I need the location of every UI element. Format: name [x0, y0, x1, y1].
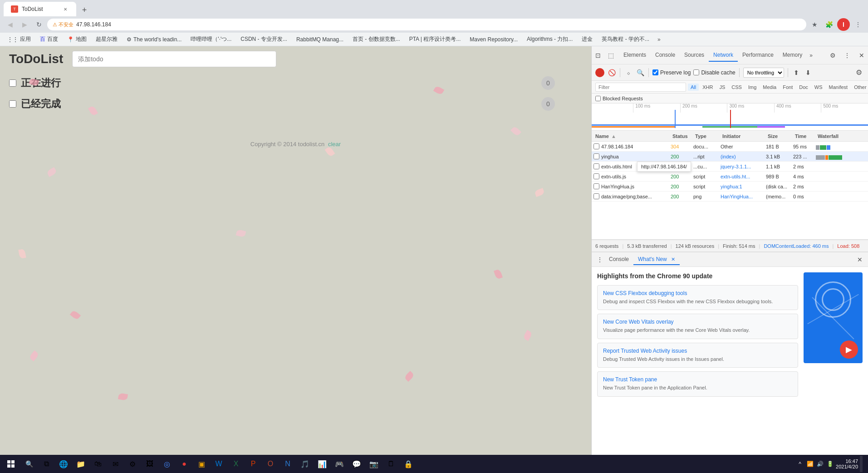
bookmark-maven[interactable]: Maven Repository... [466, 35, 521, 44]
disable-cache-label[interactable]: Disable cache [693, 69, 735, 76]
blocked-requests-checkbox[interactable] [595, 96, 601, 101]
table-row[interactable]: extn-utils.html ... ...cu... jquery-3.1.… [592, 162, 868, 172]
taskbar-app-8[interactable]: 📊 [314, 456, 330, 472]
taskbar-app-10[interactable]: 💬 [348, 456, 365, 472]
feature-1-link[interactable]: New CSS Flexbox debugging tools [603, 290, 792, 296]
export-button[interactable]: ⬇ [804, 68, 813, 77]
network-settings-btn[interactable]: ⚙ [853, 67, 864, 78]
inspect-icon[interactable]: ⬚ [604, 49, 617, 62]
feature-card-3[interactable]: Report Trusted Web Activity issues Debug… [597, 343, 798, 368]
filter-all[interactable]: All [688, 84, 699, 91]
feature-4-link[interactable]: New Trust Token pane [603, 376, 792, 383]
feature-3-link[interactable]: Report Trusted Web Activity issues [603, 348, 792, 354]
undock-icon[interactable]: ⊡ [592, 49, 604, 62]
account-btn[interactable]: I [837, 18, 850, 31]
new-tab-btn[interactable]: + [78, 4, 91, 16]
row-1-checkbox[interactable] [593, 143, 599, 149]
tray-network[interactable]: 📶 [806, 460, 814, 468]
throttle-select[interactable]: No throttling [743, 68, 784, 78]
filter-font[interactable]: Font [780, 84, 795, 91]
taskbar-app-4[interactable]: P [245, 456, 261, 472]
taskbar-app-9[interactable]: 🎮 [331, 456, 348, 472]
taskbar-app-1[interactable]: ▣ [193, 456, 210, 472]
forward-button[interactable]: ▶ [18, 18, 31, 31]
devtools-settings-btn[interactable]: ⚙ [826, 49, 839, 62]
bookmarks-apps[interactable]: ⋮⋮ 应用 [4, 34, 34, 44]
tray-volume[interactable]: 🔊 [816, 460, 824, 468]
table-row[interactable]: extn-utils.js 200 script extn-utils.ht..… [592, 172, 868, 182]
taskbar-app-7[interactable]: 🎵 [297, 456, 313, 472]
bookmark-chaoxing[interactable]: 超星尔雅 [92, 34, 121, 44]
taskbar-app-3[interactable]: X [228, 456, 244, 472]
devtools-close-btn[interactable]: ✕ [855, 49, 868, 62]
bottom-menu-btn[interactable]: ⋮ [595, 255, 604, 264]
taskbar-app-13[interactable]: 🔒 [400, 456, 417, 472]
feature-2-link[interactable]: New Core Web Vitals overlay [603, 319, 792, 325]
taskbar-app-12[interactable]: 🗒 [383, 456, 399, 472]
show-desktop-btn[interactable] [860, 456, 863, 472]
tab-console[interactable]: Console [651, 49, 680, 62]
feature-card-1[interactable]: New CSS Flexbox debugging tools Debug an… [597, 285, 798, 310]
row-2-checkbox[interactable] [593, 153, 599, 159]
filter-ws[interactable]: WS [812, 84, 825, 91]
console-tab[interactable]: Console [604, 254, 633, 265]
more-tabs-btn[interactable]: » [807, 52, 815, 59]
whats-new-video[interactable]: ▶ [804, 272, 863, 363]
taskbar-red-icon[interactable]: ● [176, 456, 192, 472]
bookmark-baidu[interactable]: 百 百度 [36, 34, 62, 44]
completed-checkbox[interactable] [9, 100, 16, 108]
preserve-log-checkbox[interactable] [652, 69, 658, 75]
taskbar-edge-icon[interactable]: 🌐 [55, 456, 72, 472]
active-tab[interactable]: T ToDoList ✕ [4, 2, 76, 16]
video-play-btn[interactable]: ▶ [840, 340, 858, 359]
table-row[interactable]: 47.98.146.184 304 docu... Other 181 B 95… [592, 142, 868, 152]
bookmark-star[interactable]: ★ [808, 18, 821, 31]
row-3-checkbox[interactable] [593, 163, 599, 169]
filter-js[interactable]: JS [716, 84, 728, 91]
taskbar-task-view[interactable]: ⧉ [38, 456, 54, 472]
table-row[interactable]: data:image/png;base... 200 png HanYingHu… [592, 192, 868, 202]
taskbar-app-11[interactable]: 📷 [366, 456, 382, 472]
filter-other[interactable]: Other [851, 84, 868, 91]
taskbar-photos-icon[interactable]: 🖼 [142, 456, 158, 472]
browser-menu-btn[interactable]: ⋮ [852, 18, 864, 31]
filter-img[interactable]: Img [745, 84, 759, 91]
taskbar-search-btn[interactable]: 🔍 [21, 456, 37, 472]
filter-css[interactable]: CSS [729, 84, 745, 91]
whats-new-tab[interactable]: What's New ✕ [633, 254, 680, 265]
search-button[interactable]: 🔍 [636, 68, 645, 77]
bookmark-pta[interactable]: PTA | 程序设计类考... [406, 34, 465, 44]
taskbar-app-2[interactable]: W [211, 456, 227, 472]
taskbar-app-5[interactable]: O [262, 456, 279, 472]
taskbar-folder-icon[interactable]: 📁 [73, 456, 89, 472]
preserve-log-label[interactable]: Preserve log [652, 69, 691, 76]
devtools-more-btn[interactable]: ⋮ [841, 49, 853, 62]
bookmark-shuju[interactable]: 首页 - 创数据竞数... [349, 34, 404, 44]
bottom-panel-close[interactable]: ✕ [855, 255, 864, 264]
filter-media[interactable]: Media [760, 84, 779, 91]
bookmark-map[interactable]: 📍 地图 [64, 34, 90, 44]
tab-close-icon[interactable]: ✕ [62, 5, 69, 13]
disable-cache-checkbox[interactable] [693, 69, 699, 75]
feature-card-2[interactable]: New Core Web Vitals overlay Visualize pa… [597, 314, 798, 339]
tab-network[interactable]: Network [709, 49, 738, 62]
back-button[interactable]: ◀ [4, 18, 16, 31]
tab-performance[interactable]: Performance [738, 49, 778, 62]
clear-button[interactable]: 🚫 [607, 68, 616, 77]
table-row[interactable]: HanYingHua.js 200 script yinghua:1 (disk… [592, 182, 868, 192]
bookmark-rabbitmq[interactable]: RabbitMQ Manag... [293, 35, 347, 44]
tray-battery[interactable]: 🔋 [826, 460, 834, 468]
extensions-btn[interactable]: 🧩 [823, 18, 835, 31]
taskbar-clock[interactable]: 16:47 2021/4/20 [836, 458, 858, 469]
bookmark-github[interactable]: ⚙ The world's leadin... [123, 35, 185, 44]
table-row[interactable]: yinghua 200 ...ript (index) 3.1 kB 223 .… [592, 152, 868, 162]
filter-input[interactable] [595, 83, 686, 92]
feature-card-4[interactable]: New Trust Token pane New Trust Token pan… [597, 371, 798, 396]
in-progress-checkbox[interactable] [9, 79, 16, 87]
bookmark-bilibili[interactable]: 哔哩哔哩（'·'つ... [187, 34, 235, 44]
tab-sources[interactable]: Sources [680, 49, 709, 62]
taskbar-chrome-icon[interactable]: ◎ [159, 456, 175, 472]
bookmark-yingniao[interactable]: 英鸟教程 - 学的不... [598, 34, 653, 44]
taskbar-mail-icon[interactable]: ✉ [107, 456, 123, 472]
clear-link[interactable]: clear [328, 141, 341, 148]
